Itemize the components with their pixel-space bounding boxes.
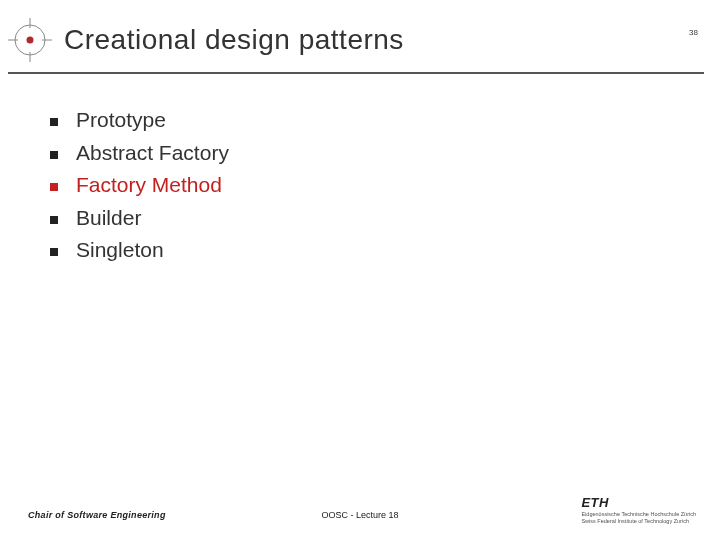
bullet-icon xyxy=(50,118,58,126)
slide: Creational design patterns 38 Prototype … xyxy=(0,0,720,540)
header: Creational design patterns xyxy=(0,0,720,72)
list-item: Singleton xyxy=(50,234,720,267)
list-item-label: Abstract Factory xyxy=(76,137,229,170)
list-item-label: Factory Method xyxy=(76,169,222,202)
list-item-label: Singleton xyxy=(76,234,164,267)
slide-content: Prototype Abstract Factory Factory Metho… xyxy=(0,74,720,267)
footer-lecture: OOSC - Lecture 18 xyxy=(321,510,398,520)
bullet-icon xyxy=(50,183,58,191)
bullet-icon xyxy=(50,216,58,224)
page-number: 38 xyxy=(689,28,698,37)
slide-title: Creational design patterns xyxy=(64,24,404,56)
eth-subline: Eidgenössische Technische Hochschule Zür… xyxy=(581,511,696,517)
bullet-list: Prototype Abstract Factory Factory Metho… xyxy=(50,104,720,267)
list-item-label: Prototype xyxy=(76,104,166,137)
eth-logo-icon: ETH xyxy=(581,495,696,510)
eth-subline: Swiss Federal Institute of Technology Zu… xyxy=(581,518,696,524)
list-item: Factory Method xyxy=(50,169,720,202)
bullet-icon xyxy=(50,248,58,256)
footer-chair: Chair of Software Engineering xyxy=(28,510,166,520)
list-item: Builder xyxy=(50,202,720,235)
svg-point-1 xyxy=(27,37,34,44)
list-item: Prototype xyxy=(50,104,720,137)
clock-target-logo-icon xyxy=(8,18,52,62)
list-item-label: Builder xyxy=(76,202,141,235)
list-item: Abstract Factory xyxy=(50,137,720,170)
footer-brand: ETH Eidgenössische Technische Hochschule… xyxy=(581,495,696,524)
bullet-icon xyxy=(50,151,58,159)
